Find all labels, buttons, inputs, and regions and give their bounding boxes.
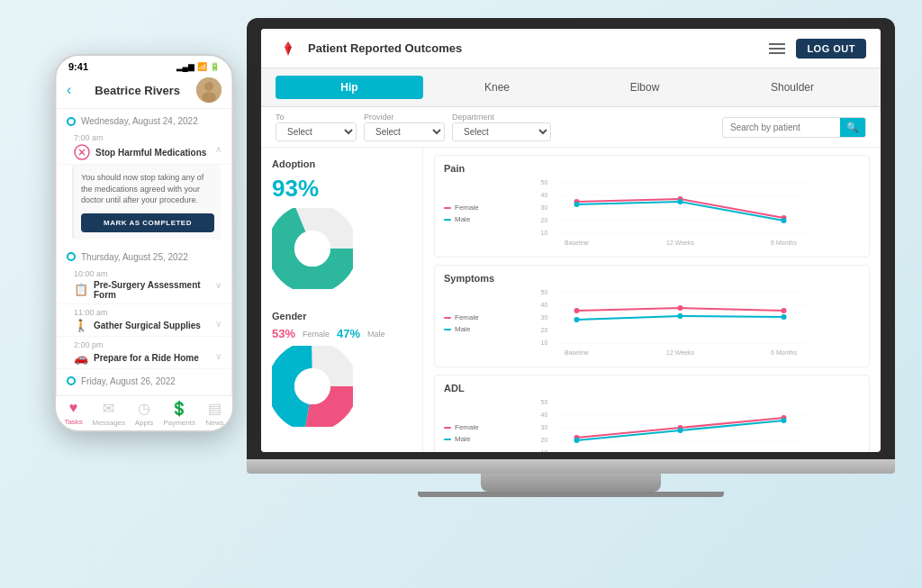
- date-text-thu: Thursday, August 25, 2022: [81, 252, 188, 262]
- svg-text:6 Months: 6 Months: [771, 240, 797, 246]
- symptoms-legend: Female Male: [444, 287, 484, 359]
- department-filter-select[interactable]: Select: [452, 122, 551, 141]
- provider-filter-select[interactable]: Select: [364, 122, 445, 141]
- search-button[interactable]: 🔍: [840, 118, 865, 137]
- provider-filter-group: Provider Select: [364, 113, 445, 141]
- right-charts: Pain Female Male: [423, 148, 881, 452]
- phone-status-bar: 9:41 ▂▄▆ 📶 🔋: [56, 56, 232, 72]
- main-content: Adoption 93% Gender 53%: [261, 148, 881, 452]
- svg-text:50: 50: [541, 179, 548, 185]
- svg-point-40: [574, 308, 580, 313]
- to-filter-select[interactable]: Select: [276, 122, 357, 141]
- battery-icon: 🔋: [210, 62, 220, 71]
- task-description-1: You should now stop taking any of the me…: [81, 172, 214, 206]
- task-chevron-3[interactable]: ∨: [215, 319, 221, 329]
- task-time-4: 2:00 pm: [74, 340, 221, 349]
- symptoms-male-indicator: [444, 329, 451, 330]
- form-icon: 📋: [74, 283, 88, 296]
- pain-legend-male: Male: [444, 215, 484, 223]
- svg-point-64: [782, 418, 787, 423]
- female-percent: 53%: [272, 327, 295, 340]
- task-time-1: 7:00 am: [74, 133, 221, 142]
- messages-label: Messages: [93, 419, 125, 427]
- svg-point-25: [678, 199, 683, 204]
- phone-header: ‹ Beatrice Rivers: [56, 72, 232, 109]
- svg-point-62: [574, 438, 580, 443]
- svg-text:50: 50: [541, 399, 548, 405]
- symptoms-chart-card: Symptoms Female Male: [434, 265, 870, 367]
- tab-shoulder[interactable]: Shoulder: [719, 76, 866, 99]
- app-title: Patient Reported Outcomes: [308, 41, 462, 55]
- to-filter-group: To Select: [276, 113, 357, 141]
- phone-tab-appts[interactable]: ◷ Appts: [126, 400, 161, 427]
- male-percent: 47%: [337, 327, 360, 340]
- adoption-pie-chart: [272, 208, 353, 289]
- svg-text:10: 10: [541, 339, 548, 346]
- task-chevron-1[interactable]: ∧: [215, 144, 221, 154]
- svg-point-44: [678, 313, 683, 319]
- pain-legend: Female Male: [444, 177, 484, 249]
- mark-complete-button[interactable]: MARK AS COMPLETED: [81, 213, 214, 232]
- svg-text:12 Weeks: 12 Weeks: [666, 240, 694, 246]
- wifi-icon: 📶: [197, 62, 207, 71]
- tab-elbow[interactable]: Elbow: [571, 76, 719, 99]
- search-input[interactable]: [723, 119, 840, 136]
- back-button[interactable]: ‹: [67, 82, 71, 98]
- pain-legend-female: Female: [444, 204, 484, 212]
- svg-point-67: [202, 92, 216, 103]
- tasks-label: Tasks: [64, 418, 82, 426]
- phone-tab-messages[interactable]: ✉ Messages: [91, 400, 126, 427]
- svg-point-43: [574, 317, 580, 322]
- task-chevron-2[interactable]: ∨: [215, 280, 221, 290]
- task-header-3: 🚶 Gather Surgical Supplies ∨: [74, 319, 221, 332]
- hamburger-menu[interactable]: [769, 43, 785, 54]
- phone-tab-news[interactable]: ▤ News: [197, 400, 232, 427]
- task-icon-area-3: 🚶 Gather Surgical Supplies: [74, 319, 201, 332]
- laptop-screen: Patient Reported Outcomes LOG OUT Hip Kn…: [261, 29, 881, 452]
- pain-line-chart: 50 40 30 20 10: [492, 177, 860, 249]
- adoption-percent: 93%: [272, 175, 411, 203]
- tasks-icon: ♥: [69, 400, 78, 416]
- gender-title: Gender: [272, 311, 411, 321]
- app-header: Patient Reported Outcomes LOG OUT: [261, 29, 881, 68]
- gender-stats: 53% Female 47% Male: [272, 327, 411, 340]
- svg-point-3: [294, 231, 330, 267]
- svg-text:Baseline: Baseline: [565, 240, 589, 246]
- appts-icon: ◷: [138, 400, 150, 417]
- svg-point-63: [678, 428, 683, 433]
- task-title-4: Prepare for a Ride Home: [94, 353, 199, 363]
- task-expanded-1: You should now stop taking any of the me…: [72, 165, 221, 240]
- date-text-wed: Wednesday, August 24, 2022: [81, 116, 198, 126]
- task-icon-area-2: 📋 Pre-Surgery Assessment Form: [74, 280, 215, 300]
- laptop-stand: [481, 474, 661, 492]
- svg-point-26: [782, 218, 787, 223]
- phone-bezel: 9:41 ▂▄▆ 📶 🔋 ‹ Beatrice Rivers: [54, 54, 234, 432]
- male-label: Male: [367, 330, 385, 339]
- svg-point-24: [574, 202, 580, 207]
- svg-text:Baseline: Baseline: [565, 349, 589, 356]
- app-logo: Patient Reported Outcomes: [276, 36, 462, 61]
- svg-text:10: 10: [541, 449, 548, 452]
- adl-line-chart: 50 40 30 20 10 Baseline: [492, 397, 860, 452]
- phone-content: Wednesday, August 24, 2022 7:00 am: [56, 109, 232, 395]
- svg-text:30: 30: [541, 204, 548, 211]
- task-header-4: 🚗 Prepare for a Ride Home ∨: [74, 351, 221, 365]
- symptoms-female-indicator: [444, 317, 451, 319]
- task-chevron-4[interactable]: ∨: [215, 351, 221, 361]
- female-label: Female: [303, 330, 330, 339]
- phone-tab-tasks[interactable]: ♥ Tasks: [56, 400, 91, 427]
- adl-male-indicator: [444, 439, 451, 440]
- logout-button[interactable]: LOG OUT: [796, 39, 866, 59]
- tab-bar: Hip Knee Elbow Shoulder: [261, 68, 881, 107]
- tab-hip[interactable]: Hip: [276, 76, 423, 99]
- phone-status-icons: ▂▄▆ 📶 🔋: [176, 62, 220, 71]
- task-icon-area-1: Stop Harmful Medications: [74, 144, 206, 160]
- laptop-screen-bezel: Patient Reported Outcomes LOG OUT Hip Kn…: [247, 18, 895, 459]
- svg-text:40: 40: [541, 412, 548, 418]
- gender-pie-chart: [272, 346, 353, 427]
- tab-knee[interactable]: Knee: [423, 76, 571, 99]
- task-header-1: Stop Harmful Medications ∧: [74, 144, 221, 160]
- task-header-2: 📋 Pre-Surgery Assessment Form ∨: [74, 280, 221, 300]
- signal-icon: ▂▄▆: [176, 62, 194, 71]
- phone-tab-payments[interactable]: 💲 Payments: [162, 400, 197, 427]
